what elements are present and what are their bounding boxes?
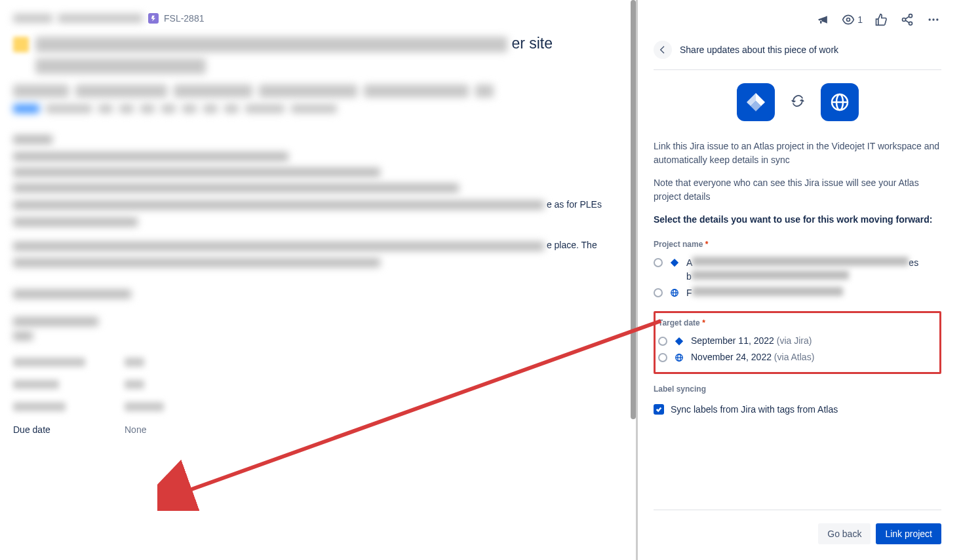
label-syncing-checkbox[interactable]: Sync labels from Jira with tags from Atl… bbox=[654, 404, 941, 415]
target-date-atlas[interactable]: November 24, 2022 (via Atlas) bbox=[658, 349, 933, 365]
go-back-button[interactable]: Go back bbox=[818, 523, 871, 544]
panel-select-title: Select the details you want to use for t… bbox=[654, 213, 941, 227]
due-date-label: Due date bbox=[13, 424, 125, 435]
link-project-button[interactable]: Link project bbox=[876, 523, 941, 544]
jira-mini-icon bbox=[674, 336, 684, 346]
target-date-label: Target date * bbox=[658, 318, 933, 327]
due-date-field[interactable]: Due date None bbox=[13, 424, 623, 435]
project-option-atlas[interactable]: F bbox=[654, 284, 941, 301]
radio-unchecked bbox=[658, 353, 667, 362]
radio-unchecked bbox=[654, 258, 663, 267]
atlas-app-icon bbox=[821, 83, 859, 121]
atlas-mini-icon bbox=[669, 288, 680, 298]
feedback-icon[interactable] bbox=[815, 12, 831, 28]
page-title: er site bbox=[13, 34, 623, 74]
back-button[interactable] bbox=[654, 41, 672, 59]
svg-point-7 bbox=[929, 18, 931, 20]
checkbox-checked bbox=[654, 404, 664, 415]
svg-point-9 bbox=[936, 18, 938, 20]
target-date-jira[interactable]: September 11, 2022 (via Jira) bbox=[658, 333, 933, 349]
share-icon[interactable] bbox=[899, 12, 915, 28]
svg-point-2 bbox=[909, 14, 912, 18]
due-date-value: None bbox=[125, 424, 146, 435]
target-date-via: (via Jira) bbox=[777, 335, 812, 346]
scrollbar[interactable] bbox=[631, 0, 636, 419]
apps-sync bbox=[654, 83, 941, 121]
panel-info-1: Link this Jira issue to an Atlas project… bbox=[654, 140, 941, 167]
jira-mini-icon bbox=[669, 257, 680, 268]
radio-unchecked bbox=[654, 288, 663, 297]
svg-line-6 bbox=[906, 20, 909, 22]
label-syncing-text: Sync labels from Jira with tags from Atl… bbox=[671, 404, 838, 415]
project-option-jira[interactable]: Aes b bbox=[654, 254, 941, 284]
svg-point-4 bbox=[909, 22, 912, 25]
jira-app-icon bbox=[737, 83, 775, 121]
target-date-value: September 11, 2022 bbox=[691, 335, 774, 346]
description-fragment: e as for PLEs bbox=[547, 199, 602, 210]
breadcrumb: FSL-2881 bbox=[13, 13, 623, 24]
project-name-label: Project name * bbox=[654, 240, 941, 249]
description-fragment: e place. The bbox=[547, 240, 597, 250]
target-date-via: (via Atlas) bbox=[774, 352, 814, 362]
panel-title: Share updates about this piece of work bbox=[680, 45, 838, 55]
svg-point-8 bbox=[932, 18, 934, 20]
target-date-highlight: Target date * September 11, 2022 (via Ji… bbox=[654, 311, 941, 374]
svg-point-1 bbox=[847, 18, 850, 22]
atlas-mini-icon bbox=[674, 352, 684, 363]
watchers-button[interactable]: 1 bbox=[842, 13, 863, 26]
svg-line-5 bbox=[906, 16, 909, 18]
target-date-value: November 24, 2022 bbox=[691, 352, 772, 362]
sync-icon bbox=[791, 94, 805, 111]
svg-point-3 bbox=[903, 18, 906, 22]
like-icon[interactable] bbox=[873, 12, 889, 28]
panel-info-2: Note that everyone who can see this Jira… bbox=[654, 176, 941, 204]
more-icon[interactable] bbox=[926, 12, 941, 28]
label-syncing-label: Label syncing bbox=[654, 384, 941, 394]
issue-key[interactable]: FSL-2881 bbox=[164, 13, 204, 24]
radio-unchecked bbox=[658, 337, 667, 346]
watchers-count: 1 bbox=[857, 14, 863, 25]
epic-icon bbox=[148, 13, 159, 24]
